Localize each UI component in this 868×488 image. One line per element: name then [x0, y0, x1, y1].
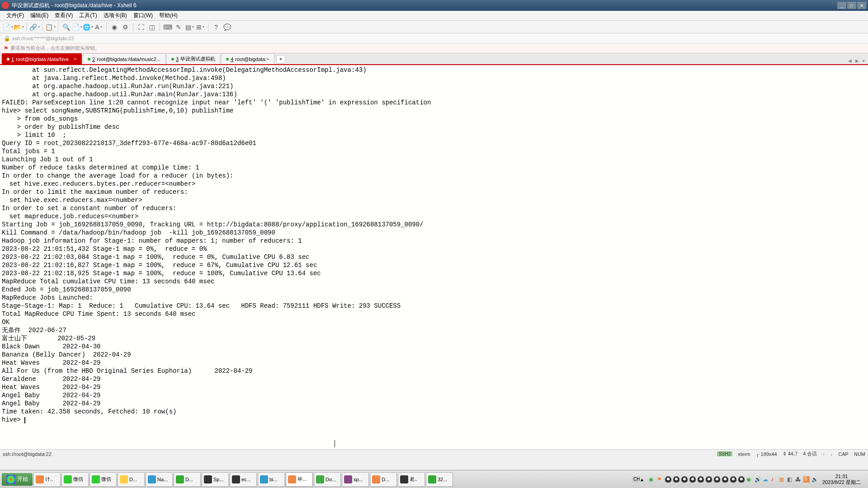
tab-prev-icon[interactable]: ◀ [847, 58, 853, 63]
maximize-button[interactable]: □ [847, 2, 856, 9]
tray-qq-icon-5[interactable] [698, 476, 704, 483]
hint-text: 要添加当前会话，点击左侧的箭头按钮。 [10, 45, 100, 52]
fullscreen-icon[interactable]: ⛶ [137, 23, 145, 31]
taskbar-item[interactable]: Do... [314, 472, 341, 487]
tray-qq-icon-4[interactable] [689, 476, 696, 483]
tray-qq-icon-9[interactable] [730, 476, 736, 483]
menu-window[interactable]: 窗口(W) [131, 11, 156, 20]
taskbar: 开始 计..微信微信D...Na...D...Sp...ec...bi...毕.… [0, 470, 868, 488]
taskbar-item[interactable]: ec... [230, 472, 257, 487]
menu-file[interactable]: 文件(F) [4, 11, 27, 20]
taskbar-app-icon [344, 475, 352, 483]
lang-indicator[interactable]: CH [632, 476, 639, 483]
taskbar-item[interactable]: 计.. [33, 472, 61, 487]
flag-icon[interactable]: ⚑ [4, 45, 9, 52]
address-text[interactable]: ssh://root:******@bigdata:22 [12, 36, 74, 41]
close-button[interactable]: ✕ [857, 2, 866, 9]
status-size: ┌ 189x44 [756, 451, 777, 457]
terminal-output[interactable]: at sun.reflect.DelegatingMethodAccessorI… [0, 65, 868, 449]
tray-cloud-icon[interactable]: ☁ [763, 476, 769, 483]
tray-qq-icon-3[interactable] [681, 476, 688, 483]
taskbar-item-label: Na... [157, 477, 168, 482]
tray-qq-icon-6[interactable] [706, 476, 712, 483]
taskbar-app-icon [204, 475, 212, 483]
taskbar-item-label: 毕... [297, 476, 307, 483]
taskbar-item[interactable]: 微信 [90, 472, 117, 487]
tray-music-icon[interactable]: ♪ [771, 476, 777, 483]
status-term: xterm [738, 451, 750, 457]
tray-disk-icon[interactable]: ◧ [787, 476, 793, 483]
search-icon[interactable]: 🔍 [62, 23, 70, 31]
taskbar-item[interactable]: bi... [258, 472, 285, 487]
tray-app-icon[interactable]: ▦ [779, 476, 785, 483]
color-icon[interactable]: ◉ [110, 23, 118, 31]
tray-qq-icon-2[interactable] [673, 476, 679, 483]
tab-close-icon[interactable]: ✕ [73, 56, 77, 61]
session-tab[interactable]: 2 root@bigdata:/data/music2... [83, 53, 165, 64]
add-tab-button[interactable]: + [276, 55, 285, 63]
menu-tools[interactable]: 工具(T) [76, 11, 99, 20]
status-dot-icon [171, 58, 174, 61]
taskbar-item[interactable]: Na... [146, 472, 173, 487]
copy-icon[interactable]: 📋 [46, 23, 54, 31]
status-up-icon[interactable]: ↑ [822, 451, 825, 457]
tab-label: 毕设测试虚拟机 [180, 56, 215, 62]
tray-qq-icon-8[interactable] [722, 476, 728, 483]
chat-icon[interactable]: 💬 [223, 23, 231, 31]
clock-date: 2023/8/22 星期二 [822, 479, 861, 485]
tray-qq-icon-1[interactable] [665, 476, 671, 483]
window-buttons: _ □ ✕ [837, 2, 866, 9]
taskbar-app-icon [64, 475, 72, 483]
tray-shield-icon[interactable]: ◉ [649, 476, 655, 483]
tray-vol-icon[interactable]: 🔈 [811, 476, 818, 483]
session-tab[interactable]: 4 root@bigdata:~ [221, 53, 274, 64]
tray-notify-icon[interactable]: ⚑ [657, 476, 663, 483]
tray-qq-icon-10[interactable] [738, 476, 745, 483]
minimize-button[interactable]: _ [837, 2, 846, 9]
help-icon[interactable]: ? [212, 23, 220, 31]
new-session-icon[interactable]: 📄 [4, 23, 12, 31]
tab-number: 3 [176, 56, 179, 62]
tab-next-icon[interactable]: ▶ [854, 58, 860, 63]
properties-icon[interactable]: ⚙ [121, 23, 129, 31]
session-tab[interactable]: 1 root@bigdata:/data/hive✕ [2, 53, 82, 64]
open-icon[interactable]: 📂 [14, 23, 23, 31]
taskbar-item[interactable]: D... [370, 472, 397, 487]
keyboard-icon[interactable]: ⌨ [164, 23, 172, 31]
start-button[interactable]: 开始 [2, 473, 33, 486]
taskbar-item[interactable]: 毕... [286, 472, 313, 487]
menu-tabs[interactable]: 选项卡(B) [101, 11, 130, 20]
taskbar-item[interactable]: D... [174, 472, 201, 487]
taskbar-item[interactable]: Sp... [202, 472, 229, 487]
toolbar: 📄 📂 🔗 📋 🔍 📄 🌐 A ◉ ⚙ ⛶ ◫ ⌨ ✎ ▤ ⊞ ? 💬 [0, 21, 868, 33]
taskbar-item[interactable]: 32... [426, 472, 453, 487]
taskbar-clock[interactable]: 21:31 2023/8/22 星期二 [820, 474, 863, 485]
tray-wechat-icon[interactable]: ◉ [746, 476, 753, 483]
taskbar-item[interactable]: 老.. [398, 472, 425, 487]
session-tab[interactable]: 3 毕设测试虚拟机 [166, 53, 220, 64]
taskbar-item[interactable]: 微信 [61, 472, 89, 487]
paste-icon[interactable]: 📄 [73, 23, 81, 31]
font-icon[interactable]: A [94, 23, 103, 31]
taskbar-item[interactable]: D... [118, 472, 145, 487]
tray-ime-icon[interactable]: S [803, 476, 810, 483]
reconnect-icon[interactable]: 🔗 [30, 23, 38, 31]
layout-icon[interactable]: ⊞ [196, 23, 204, 31]
transparent-icon[interactable]: ◫ [148, 23, 156, 31]
address-bar: 🔒 ssh://root:******@bigdata:22 [0, 33, 868, 43]
tray-sound-icon[interactable]: 🔊 [755, 476, 761, 483]
menu-help[interactable]: 帮助(H) [156, 11, 180, 20]
tab-list-icon[interactable]: ▾ [861, 58, 866, 63]
menu-edit[interactable]: 编辑(E) [28, 11, 51, 20]
tray-expand-icon[interactable]: ▴ [641, 476, 647, 483]
taskbar-item[interactable]: sp... [342, 472, 369, 487]
menu-view[interactable]: 查看(V) [52, 11, 75, 20]
script-icon[interactable]: ▤ [185, 23, 193, 31]
status-down-icon[interactable]: ↓ [830, 451, 833, 457]
menu-bar: 文件(F) 编辑(E) 查看(V) 工具(T) 选项卡(B) 窗口(W) 帮助(… [0, 11, 868, 21]
globe-icon[interactable]: 🌐 [84, 23, 92, 31]
tray-net-icon[interactable]: 🖧 [795, 476, 802, 483]
tab-number: 4 [231, 56, 233, 62]
compose-icon[interactable]: ✎ [175, 23, 183, 31]
tray-qq-icon-7[interactable] [714, 476, 720, 483]
